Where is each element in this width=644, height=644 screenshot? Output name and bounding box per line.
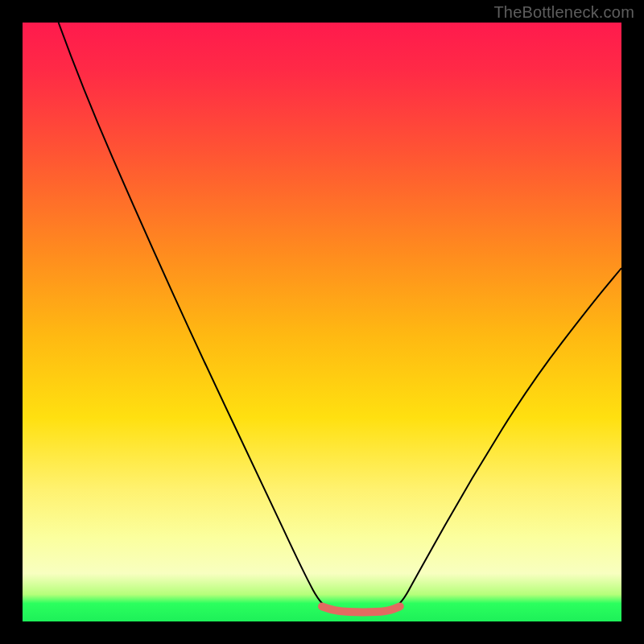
plot-area — [23, 23, 621, 621]
watermark-text: TheBottleneck.com — [493, 3, 634, 22]
chart-frame: TheBottleneck.com — [0, 0, 644, 644]
salmon-flat-bottom — [322, 606, 400, 612]
black-v-curve — [59, 23, 621, 613]
chart-svg — [23, 23, 621, 621]
